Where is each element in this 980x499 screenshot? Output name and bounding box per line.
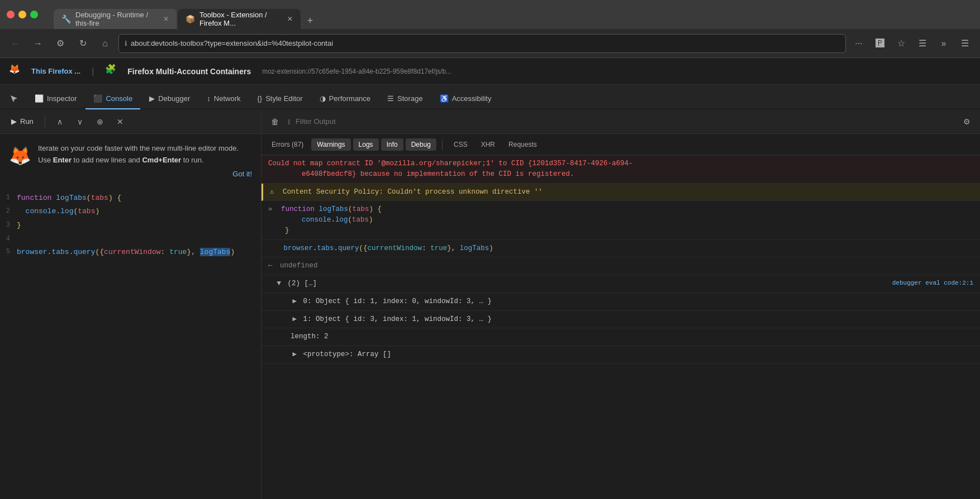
hint-content: Iterate on your code faster with the new… [38, 143, 252, 178]
code-editor[interactable]: 1 function logTabs(tabs) { 2 console.log… [0, 187, 261, 499]
code-input-text: function logTabs(tabs) { console.log(tab… [268, 205, 382, 234]
zoom-button[interactable]: ⊕ [92, 114, 108, 129]
output-line-tree-root: ▼ (2) […] debugger eval code:2:1 [261, 275, 980, 293]
extension-bar: 🦊 This Firefox ... | 🧩 Firefox Multi-Acc… [0, 58, 980, 85]
performance-label: Performance [329, 94, 370, 103]
filter-tab-debug[interactable]: Debug [406, 138, 436, 151]
expand-array-button[interactable]: ▼ [277, 280, 282, 287]
console-output: Could not map contract ID '@mozilla.org/… [261, 155, 980, 499]
settings-button[interactable]: ⚙ [51, 35, 69, 52]
clear-editor-button[interactable]: ✕ [112, 114, 128, 129]
performance-icon: ◑ [320, 94, 326, 103]
back-button[interactable]: ← [7, 35, 25, 52]
hint-text-2: to add new lines and [72, 156, 142, 164]
tree-item-1-text: 1: Object { id: 3, index: 1, windowId: 3… [303, 315, 492, 323]
hint-box: 🦊 Iterate on your code faster with the n… [0, 134, 261, 187]
toolbar-right: ··· 🅿 ☆ ☰ » ☰ [850, 35, 973, 52]
tab-debug-close[interactable]: ✕ [163, 15, 169, 23]
home-button[interactable]: ⌂ [96, 35, 114, 52]
expand-down-button[interactable]: ∨ [72, 114, 88, 129]
minimize-window-button[interactable] [18, 11, 26, 18]
info-label: Info [387, 141, 398, 148]
firefox-logo: 🦊 [9, 64, 25, 79]
line-code-4 [17, 234, 261, 244]
debugger-label: Debugger [158, 94, 190, 103]
filter-tab-requests[interactable]: Requests [503, 138, 543, 151]
css-label: CSS [454, 141, 468, 148]
tab-accessibility[interactable]: ♿ Accessibility [432, 88, 499, 109]
browser-tabs: 🔧 Debugging - Runtime / this-fire ✕ 📦 To… [54, 0, 318, 29]
run-label: Run [20, 117, 34, 126]
logs-label: Logs [359, 141, 373, 148]
close-window-button[interactable] [7, 11, 15, 18]
devtools-tabs: ⬜ Inspector ⬛ Console ▶ Debugger ↕ Netwo… [0, 85, 980, 109]
tab-debug-icon: 🔧 [61, 15, 71, 23]
expand-item-1-button[interactable]: ▶ [293, 315, 297, 323]
toolbar-separator [45, 116, 45, 127]
refresh-button[interactable]: ↻ [74, 35, 92, 52]
expand-proto-button[interactable]: ▶ [293, 351, 297, 358]
fullscreen-window-button[interactable] [30, 11, 38, 18]
prompt-icon: » [268, 205, 273, 213]
warning-icon: ⚠ [270, 188, 274, 196]
extension-url: moz-extension://57c65efe-1954-a84e-b225-… [262, 68, 971, 75]
inspector-icon: ⬜ [35, 94, 44, 103]
browser-tab-toolbox[interactable]: 📦 Toolbox - Extension / Firefox M... ✕ [178, 9, 301, 29]
run-button[interactable]: ▶ Run [7, 115, 38, 128]
clear-output-button[interactable]: 🗑 [267, 114, 283, 129]
xhr-label: XHR [481, 141, 495, 148]
filter-tab-errors[interactable]: Errors (87) [266, 138, 309, 151]
pocket-button[interactable]: 🅿 [872, 35, 888, 52]
extension-icon: 🧩 [105, 64, 121, 79]
line-code-2: console.log(tabs) [17, 206, 261, 218]
tab-inspector[interactable]: ⬜ Inspector [27, 88, 84, 109]
filter-tab-xhr[interactable]: XHR [475, 138, 501, 151]
warning-text: Content Security Policy: Couldn't proces… [283, 188, 543, 196]
tab-debug-label: Debugging - Runtime / this-fire [75, 11, 155, 27]
error-text: Could not map contract ID '@mozilla.org/… [268, 160, 633, 178]
filter-tab-info[interactable]: Info [381, 138, 403, 151]
url-text: about:devtools-toolbox?type=extension&id… [131, 39, 840, 47]
got-it-button[interactable]: Got it! [38, 170, 252, 178]
tab-performance[interactable]: ◑ Performance [312, 88, 378, 109]
tab-console[interactable]: ⬛ Console [85, 88, 140, 109]
output-line-warning: ⚠ Content Security Policy: Couldn't proc… [261, 184, 980, 201]
filter-tab-logs[interactable]: Logs [353, 138, 379, 151]
output-options-button[interactable]: ⚙ [959, 114, 974, 129]
hint-text-3: to run. [181, 156, 203, 164]
more-button[interactable]: ··· [850, 35, 867, 52]
browser-tab-debug[interactable]: 🔧 Debugging - Runtime / this-fire ✕ [54, 9, 177, 29]
firefox-brand-label: This Firefox ... [31, 67, 80, 75]
debug-label: Debug [411, 141, 431, 148]
tab-network[interactable]: ↕ Network [199, 88, 248, 109]
menu-button[interactable]: ☰ [957, 35, 973, 52]
new-tab-button[interactable]: + [302, 12, 318, 29]
address-bar[interactable]: ℹ about:devtools-toolbox?type=extension&… [118, 34, 846, 53]
bookmark-button[interactable]: ☆ [893, 35, 910, 52]
forward-button[interactable]: → [29, 35, 47, 52]
tab-debugger[interactable]: ▶ Debugger [141, 88, 198, 109]
storage-label: Storage [397, 94, 423, 103]
filter-tab-css[interactable]: CSS [448, 138, 473, 151]
tab-storage[interactable]: ☰ Storage [379, 88, 431, 109]
line-number-1: 1 [0, 193, 17, 204]
tab-toolbox-label: Toolbox - Extension / Firefox M... [199, 11, 279, 27]
tab-toolbox-close[interactable]: ✕ [287, 15, 293, 23]
expand-item-0-button[interactable]: ▶ [293, 298, 297, 305]
hint-bold-2: Cmd+Enter [142, 156, 181, 164]
tab-style-editor[interactable]: {} Style Editor [249, 88, 310, 109]
tree-root-text: (2) […] [288, 280, 317, 287]
expand-up-button[interactable]: ∧ [52, 114, 68, 129]
history-icon[interactable]: ☰ [914, 35, 931, 52]
tree-proto-text: <prototype>: Array [] [303, 351, 392, 358]
filter-tab-warnings[interactable]: Warnings [311, 138, 350, 151]
url-info-icon: ℹ [125, 40, 127, 47]
filter-input[interactable] [296, 113, 954, 130]
errors-label: Errors (87) [272, 141, 303, 148]
pick-element-button[interactable] [4, 89, 23, 108]
right-panel: 🗑 ⫿ ⚙ Errors (87) Warnings Logs Info Deb… [261, 109, 980, 499]
chevron-right-icon[interactable]: » [935, 35, 952, 52]
warnings-label: Warnings [317, 141, 345, 148]
tab-toolbox-icon: 📦 [185, 15, 195, 23]
accessibility-label: Accessibility [452, 94, 492, 103]
